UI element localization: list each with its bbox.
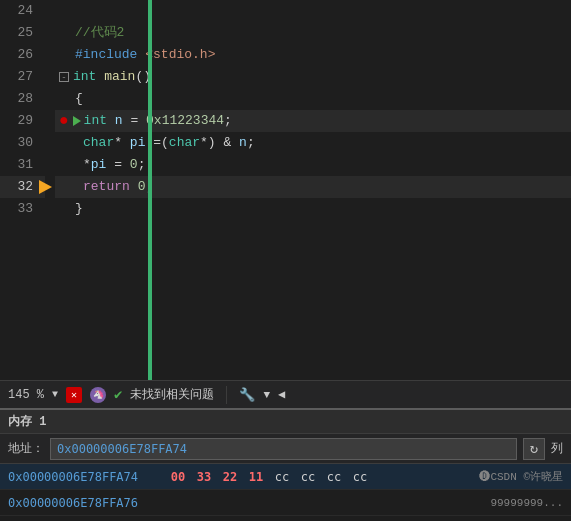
code-line-29: ● int n = 0x11223344 ; [55, 110, 571, 132]
mem-addr-1: 0x00000006E78FFA74 [8, 470, 168, 484]
zero-literal: 0 [130, 154, 138, 176]
zoom-dropdown-arrow[interactable]: ▼ [52, 389, 58, 400]
code-line-32: return 0 ; [55, 176, 571, 198]
mem-byte-22: 22 [220, 470, 240, 484]
collapse-icon[interactable]: - [59, 72, 69, 82]
space [137, 44, 145, 66]
keyword-char2: char [169, 132, 200, 154]
line-number-28: 28 [0, 88, 45, 110]
wrench-icon[interactable]: 🔧 [239, 387, 255, 403]
memory-address-bar: 地址： ↻ 列 [0, 434, 571, 464]
brace-close: } [75, 198, 83, 220]
error-icon[interactable]: ✕ [66, 387, 82, 403]
line-number-24: 24 [0, 0, 45, 22]
line-number-29: 29 [0, 110, 45, 132]
line-number-33: 33 [0, 198, 45, 220]
code-line-33: } [55, 198, 571, 220]
assign2: = [106, 154, 129, 176]
arrow-down-icon[interactable]: ▼ [263, 389, 270, 401]
memory-row-2: 0x00000006E78FFA76 99999999... [0, 490, 571, 516]
current-line-arrow [39, 180, 52, 194]
mem-bytes-1: 00 33 22 11 cc cc cc cc [168, 470, 471, 484]
col-label: 列 [551, 440, 563, 457]
code-line-24 [55, 0, 571, 22]
star: * [114, 132, 130, 154]
semicolon3: ; [138, 154, 146, 176]
line-number-31: 31 [0, 154, 45, 176]
semicolon: ; [224, 110, 232, 132]
memory-panel-title: 内存 1 [8, 413, 46, 430]
refresh-button[interactable]: ↻ [523, 438, 545, 460]
check-icon: ✔ [114, 386, 122, 403]
memory-panel-header: 内存 1 [0, 410, 571, 434]
code-lines: //代码2 #include <stdio.h> - int main () { [45, 0, 571, 380]
var-n2: n [239, 132, 247, 154]
code-line-28: { [55, 88, 571, 110]
no-issues-text: 未找到相关问题 [130, 386, 214, 403]
refresh-icon: ↻ [530, 440, 538, 457]
mem-byte-11: 11 [246, 470, 266, 484]
mem-byte-cc3: cc [324, 470, 344, 484]
keyword-return: return [83, 176, 130, 198]
address-label: 地址： [8, 440, 44, 457]
editor-empty-space [55, 220, 571, 268]
include-path: <stdio.h> [145, 44, 215, 66]
var-pi: pi [130, 132, 146, 154]
code-line-31: * pi = 0 ; [55, 154, 571, 176]
equals: = [123, 110, 146, 132]
status-bar: 145 % ▼ ✕ 🦄 ✔ 未找到相关问题 🔧 ▼ ◀ [0, 380, 571, 408]
line-number-30: 30 [0, 132, 45, 154]
mem-addr-2: 0x00000006E78FFA76 [8, 496, 168, 510]
cast: *) & [200, 132, 239, 154]
line-number-25: 25 [0, 22, 45, 44]
return-zero: 0 [138, 176, 146, 198]
brace-open: { [75, 88, 83, 110]
comment-token: //代码2 [75, 22, 124, 44]
keyword-int-2: int [84, 110, 107, 132]
space [96, 66, 104, 88]
space3 [130, 176, 138, 198]
zoom-level: 145 % [8, 388, 44, 402]
mem-byte-33: 33 [194, 470, 214, 484]
code-line-25: //代码2 [55, 22, 571, 44]
func-name: main [104, 66, 135, 88]
hex-literal: 0x11223344 [146, 110, 224, 132]
mem-byte-cc4: cc [350, 470, 370, 484]
divider-1 [226, 386, 227, 404]
keyword-include: #include [75, 44, 137, 66]
memory-row-1: 0x00000006E78FFA74 00 33 22 11 cc cc cc … [0, 464, 571, 490]
chevron-right-icon[interactable]: ◀ [278, 387, 285, 402]
var-n: n [115, 110, 123, 132]
green-gutter-bar [148, 0, 152, 380]
semicolon2: ; [247, 132, 255, 154]
deref: * [83, 154, 91, 176]
code-editor: 24 25 26 27 28 29 30 31 32 33 //代码2 #inc… [0, 0, 571, 380]
address-input[interactable] [50, 438, 517, 460]
mem-extra-2: 99999999... [490, 497, 563, 509]
mem-attribution: CSDN ©许晓星 [490, 469, 563, 484]
keyword-char: char [83, 132, 114, 154]
mem-byte-00: 00 [168, 470, 188, 484]
memory-panel: 内存 1 地址： ↻ 列 0x00000006E78FFA74 00 33 22… [0, 408, 571, 516]
line-number-27: 27 [0, 66, 45, 88]
line-number-26: 26 [0, 44, 45, 66]
code-line-30: char * pi =( char *) & n ; [55, 132, 571, 154]
var-pi2: pi [91, 154, 107, 176]
play-arrow-icon [73, 116, 81, 126]
mem-ascii-1: 🅓 [479, 470, 490, 483]
breakpoint-indicator: ● [59, 113, 69, 129]
keyword-int: int [73, 66, 96, 88]
code-line-26: #include <stdio.h> [55, 44, 571, 66]
mem-byte-cc1: cc [272, 470, 292, 484]
space [107, 110, 115, 132]
mem-byte-cc2: cc [298, 470, 318, 484]
debug-icon[interactable]: 🦄 [90, 387, 106, 403]
code-line-27: - int main () [55, 66, 571, 88]
